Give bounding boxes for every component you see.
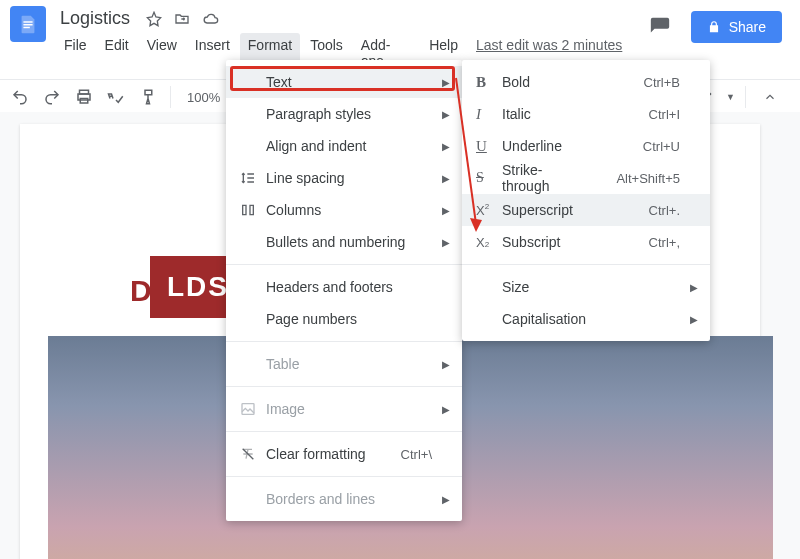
document-title[interactable]: Logistics [56,6,134,31]
menu-edit[interactable]: Edit [97,33,137,73]
svg-rect-1 [23,21,32,22]
cloud-saved-icon[interactable] [202,11,220,27]
clear-format-icon [240,446,266,462]
submenu-underline[interactable]: UUnderlineCtrl+U [462,130,710,162]
menu-align-indent[interactable]: Align and indent▶ [226,130,462,162]
menu-bullets-numbering[interactable]: Bullets and numbering▶ [226,226,462,258]
submenu-strikethrough[interactable]: SStrike-throughAlt+Shift+5 [462,162,710,194]
menu-view[interactable]: View [139,33,185,73]
submenu-arrow-icon: ▶ [442,237,450,248]
menu-paragraph-styles[interactable]: Paragraph styles▶ [226,98,462,130]
menu-file[interactable]: File [56,33,95,73]
menu-separator [226,476,462,477]
menu-page-numbers[interactable]: Page numbers [226,303,462,335]
submenu-arrow-icon: ▶ [442,141,450,152]
menu-borders-lines: Borders and lines▶ [226,483,462,515]
menu-separator [226,431,462,432]
italic-icon: I [476,106,502,123]
toolbar-separator [745,86,746,108]
submenu-arrow-icon: ▶ [442,494,450,505]
bold-icon: B [476,74,502,91]
line-spacing-icon [240,170,266,186]
submenu-italic[interactable]: IItalicCtrl+I [462,98,710,130]
submenu-arrow-icon: ▶ [442,109,450,120]
columns-icon [240,202,266,218]
logo-fragment: D [130,274,152,308]
toolbar-separator [170,86,171,108]
move-folder-icon[interactable] [174,11,190,27]
docs-logo-icon[interactable] [10,6,46,42]
share-button[interactable]: Share [691,11,782,43]
image-icon [240,401,266,417]
submenu-arrow-icon: ▶ [690,314,698,325]
format-menu: Text▶ Paragraph styles▶ Align and indent… [226,60,462,521]
submenu-arrow-icon: ▶ [690,282,698,293]
menu-columns[interactable]: Columns▶ [226,194,462,226]
submenu-arrow-icon: ▶ [442,205,450,216]
menu-text[interactable]: Text▶ [226,66,462,98]
subscript-icon: X2 [476,235,502,250]
redo-button[interactable] [38,83,66,111]
menu-clear-formatting[interactable]: Clear formattingCtrl+\ [226,438,462,470]
submenu-size[interactable]: Size▶ [462,271,710,303]
underline-icon: U [476,138,502,155]
menu-separator [462,264,710,265]
menu-separator [226,386,462,387]
menu-table: Table▶ [226,348,462,380]
submenu-arrow-icon: ▶ [442,404,450,415]
strikethrough-icon: S [476,170,502,186]
submenu-superscript[interactable]: X2SuperscriptCtrl+. [462,194,710,226]
svg-rect-2 [23,24,32,25]
submenu-arrow-icon: ▶ [442,359,450,370]
submenu-subscript[interactable]: X2SubscriptCtrl+, [462,226,710,258]
undo-button[interactable] [6,83,34,111]
menu-headers-footers[interactable]: Headers and footers [226,271,462,303]
collapse-toolbar-button[interactable] [756,83,784,111]
submenu-bold[interactable]: BBoldCtrl+B [462,66,710,98]
menu-image: Image▶ [226,393,462,425]
svg-rect-3 [23,27,29,28]
lock-icon [707,20,721,34]
text-submenu: BBoldCtrl+B IItalicCtrl+I UUnderlineCtrl… [462,60,710,341]
comments-button[interactable] [643,10,677,44]
submenu-arrow-icon: ▶ [442,173,450,184]
superscript-icon: X2 [476,203,502,218]
paint-format-button[interactable] [134,83,162,111]
submenu-arrow-icon: ▶ [442,77,450,88]
submenu-capitalisation[interactable]: Capitalisation▶ [462,303,710,335]
share-label: Share [729,19,766,35]
spellcheck-button[interactable] [102,83,130,111]
star-icon[interactable] [146,11,162,27]
menu-separator [226,341,462,342]
menu-separator [226,264,462,265]
menu-line-spacing[interactable]: Line spacing▶ [226,162,462,194]
chevron-down-icon[interactable]: ▼ [726,92,735,102]
print-button[interactable] [70,83,98,111]
